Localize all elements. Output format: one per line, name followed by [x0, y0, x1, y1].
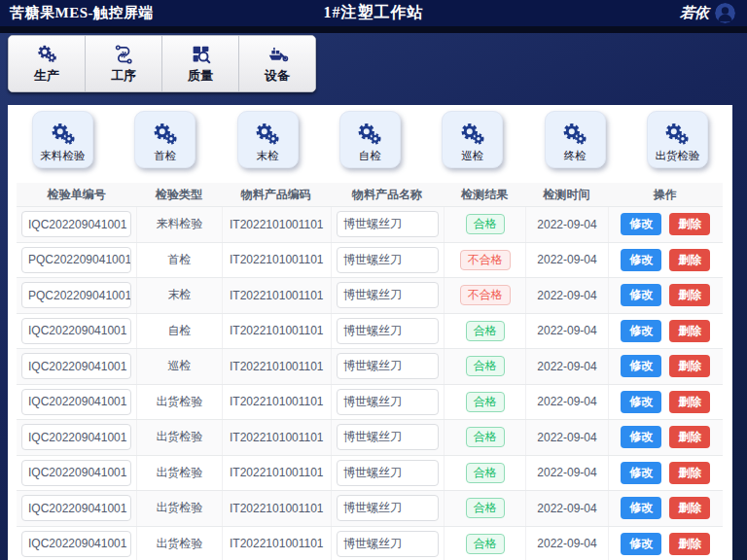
result-badge: 不合格 [460, 285, 511, 305]
cell-order-no: IQC202209041001 [17, 527, 136, 560]
cell-date: 2022-09-04 [525, 527, 607, 560]
tab-quality[interactable]: 质量 [162, 36, 239, 91]
cell-order-no: IQC202209041001 [17, 385, 136, 420]
edit-button[interactable]: 修改 [621, 462, 661, 484]
cell-actions: 修改 删除 [608, 491, 723, 526]
order-no-field[interactable]: IQC202209041001 [21, 211, 131, 237]
col-header-actions: 操作 [608, 183, 723, 206]
edit-button[interactable]: 修改 [621, 355, 661, 377]
cell-material-name: 博世螺丝刀 [331, 207, 444, 242]
delete-button[interactable]: 删除 [669, 249, 710, 271]
edit-button[interactable]: 修改 [621, 284, 661, 306]
material-name-field[interactable]: 博世螺丝刀 [337, 531, 439, 557]
order-no-field[interactable]: IQC202209041001 [21, 424, 131, 450]
delete-button[interactable]: 删除 [669, 391, 710, 413]
content-panel: 来料检验 首检 [8, 105, 732, 560]
delete-button[interactable]: 删除 [669, 213, 710, 235]
cell-material-name: 博世螺丝刀 [331, 420, 444, 455]
cell-inspection-type: 巡检 [136, 349, 221, 384]
user-menu[interactable]: 若依 [680, 3, 735, 23]
cell-order-no: PQC202209041001 [17, 243, 136, 278]
table-body: IQC202209041001 来料检验 IT2022101001101 博世螺… [17, 207, 723, 560]
inspection-button[interactable]: 末检 [237, 111, 299, 168]
cell-date: 2022-09-04 [525, 420, 607, 455]
edit-button[interactable]: 修改 [621, 213, 661, 235]
edit-button[interactable]: 修改 [621, 533, 661, 555]
user-avatar-icon[interactable] [715, 3, 735, 23]
material-name-field[interactable]: 博世螺丝刀 [337, 247, 439, 273]
inspection-button-label: 出货检验 [655, 149, 699, 163]
inspection-button[interactable]: 自检 [339, 111, 401, 168]
quality-search-icon [191, 44, 211, 64]
material-name-field[interactable]: 博世螺丝刀 [337, 389, 439, 415]
tab-production[interactable]: 生产 [9, 36, 86, 91]
material-name-field[interactable]: 博世螺丝刀 [337, 495, 439, 521]
edit-button[interactable]: 修改 [621, 249, 661, 271]
result-badge: 合格 [466, 427, 505, 447]
username: 若依 [680, 4, 709, 22]
edit-button[interactable]: 修改 [621, 426, 661, 448]
inspection-button[interactable]: 来料检验 [32, 111, 93, 168]
cell-date: 2022-09-04 [525, 207, 607, 242]
cell-actions: 修改 删除 [608, 278, 723, 313]
inspection-button-label: 首检 [154, 149, 176, 163]
edit-button[interactable]: 修改 [621, 391, 661, 413]
delete-button[interactable]: 删除 [669, 355, 710, 377]
result-badge: 合格 [466, 463, 505, 483]
table-row: IQC202209041001 出货检验 IT2022101001101 博世螺… [17, 385, 723, 421]
inspection-button[interactable]: 出货检验 [647, 111, 708, 168]
order-no-field[interactable]: IQC202209041001 [21, 460, 131, 486]
delete-button[interactable]: 删除 [669, 533, 710, 555]
order-no-field[interactable]: IQC202209041001 [21, 531, 131, 557]
cell-actions: 修改 删除 [608, 385, 723, 420]
delete-button[interactable]: 删除 [669, 284, 710, 306]
topbar: 苦糖果MES-触控屏端 1#注塑工作站 若依 [0, 0, 747, 26]
delete-button[interactable]: 删除 [669, 426, 710, 448]
cell-actions: 修改 删除 [608, 243, 723, 278]
cell-result: 合格 [444, 527, 525, 560]
cell-result: 合格 [444, 385, 525, 420]
order-no-field[interactable]: IQC202209041001 [21, 389, 131, 415]
table-row: PQC202209041001 末检 IT2022101001101 博世螺丝刀… [17, 278, 723, 314]
cell-date: 2022-09-04 [525, 243, 607, 278]
delete-button[interactable]: 删除 [669, 497, 710, 519]
tab-equipment[interactable]: 设备 [239, 36, 315, 91]
table-row: IQC202209041001 自检 IT2022101001101 博世螺丝刀… [17, 314, 723, 350]
order-no-field[interactable]: IQC202209041001 [21, 353, 131, 379]
tab-label: 设备 [265, 67, 290, 85]
inspection-button[interactable]: 巡检 [442, 111, 503, 168]
material-name-field[interactable]: 博世螺丝刀 [337, 353, 439, 379]
order-no-field[interactable]: IQC202209041001 [21, 318, 131, 344]
tab-process[interactable]: 工序 [86, 36, 162, 91]
inspection-button-label: 末检 [257, 149, 279, 163]
edit-button[interactable]: 修改 [621, 497, 661, 519]
delete-button[interactable]: 删除 [669, 320, 710, 342]
col-header-date: 检测时间 [525, 183, 607, 206]
material-name-field[interactable]: 博世螺丝刀 [337, 424, 439, 450]
process-route-icon [113, 44, 134, 64]
inspection-button[interactable]: 首检 [134, 111, 196, 168]
cell-actions: 修改 删除 [608, 420, 723, 455]
inspection-button[interactable]: 终检 [545, 111, 606, 168]
cell-inspection-type: 出货检验 [136, 385, 221, 420]
order-no-field[interactable]: IQC202209041001 [21, 495, 131, 521]
inspection-button-label: 来料检验 [41, 149, 86, 163]
cell-date: 2022-09-04 [525, 278, 607, 313]
order-no-field[interactable]: PQC202209041001 [21, 247, 131, 273]
order-no-field[interactable]: PQC202209041001 [21, 282, 131, 308]
cell-material-name: 博世螺丝刀 [331, 243, 444, 278]
material-name-field[interactable]: 博世螺丝刀 [337, 282, 439, 308]
result-badge: 合格 [466, 498, 505, 518]
delete-button[interactable]: 删除 [669, 462, 710, 484]
cell-material-code: IT2022101001101 [222, 420, 332, 455]
equipment-icon [267, 44, 289, 64]
edit-button[interactable]: 修改 [621, 320, 661, 342]
table-row: IQC202209041001 来料检验 IT2022101001101 博世螺… [17, 207, 723, 243]
cell-actions: 修改 删除 [608, 207, 723, 242]
material-name-field[interactable]: 博世螺丝刀 [337, 318, 439, 344]
material-name-field[interactable]: 博世螺丝刀 [337, 211, 439, 237]
material-name-field[interactable]: 博世螺丝刀 [337, 460, 439, 486]
cell-result: 不合格 [444, 243, 525, 278]
cell-result: 合格 [444, 314, 525, 349]
cell-material-name: 博世螺丝刀 [331, 314, 444, 349]
